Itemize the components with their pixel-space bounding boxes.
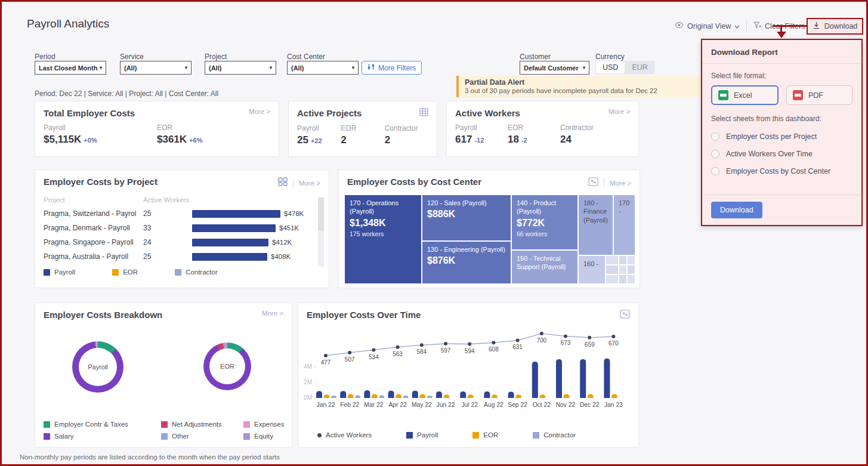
service-filter-select[interactable]: (All)▾ (120, 61, 191, 75)
over-time-chart: 0M2M4MJan 22Feb 22Mar 22Apr 22May 22Jun … (303, 326, 630, 415)
treemap-chart: 170 - Operations (Payroll)$1,348K175 wor… (345, 195, 635, 283)
svg-text:Mar 22: Mar 22 (364, 402, 383, 408)
more-link[interactable]: More > (299, 180, 320, 187)
grid-icon[interactable] (419, 108, 428, 119)
footnote: Non-monthly pay periods are listed accor… (20, 453, 280, 461)
legend-item[interactable]: EOR (472, 431, 498, 439)
legend-item[interactable]: Payroll (44, 269, 75, 276)
employer-costs-breakdown-card: Employer Costs Breakdown More > Payroll … (35, 303, 292, 448)
treemap-tile[interactable]: 170 - Operations (Payroll)$1,348K175 wor… (345, 195, 421, 283)
original-view-label: Original View (687, 22, 731, 30)
legend-item[interactable]: Employer Contr & Taxes (44, 421, 161, 428)
cost-center-filter-label: Cost Center (287, 53, 325, 61)
treemap-tile[interactable]: 180 - Finance (Payroll) (579, 195, 613, 255)
svg-text:534: 534 (369, 354, 379, 360)
legend-item[interactable]: Net Adjustments (161, 421, 243, 428)
kpi-metric: Payroll$5,115K+0% (44, 124, 157, 146)
period-filter-select[interactable]: Last Closed Month▾ (35, 61, 106, 75)
svg-text:594: 594 (465, 348, 475, 354)
panel-download-button[interactable]: Download (711, 202, 762, 218)
scrollbar (318, 197, 324, 267)
pdf-file-icon (793, 90, 803, 100)
expand-icon[interactable] (588, 177, 598, 189)
table-row[interactable]: Pragma, Singapore - Payroll24$412K (35, 238, 329, 246)
download-label: Download (824, 22, 858, 30)
sheet-radio-option[interactable]: Active Workers Over Time (711, 150, 852, 158)
download-button[interactable]: Download (807, 18, 863, 35)
legend-swatch (406, 432, 413, 439)
legend-item[interactable]: Payroll (406, 431, 438, 439)
treemap-tile[interactable]: 170 - (614, 195, 635, 255)
more-link[interactable]: More > (262, 310, 283, 317)
kpi-metric: EOR$361K+6% (157, 124, 270, 146)
excel-format-button[interactable]: Excel (711, 85, 779, 105)
table-row[interactable]: Pragma, Switzerland - Payrol25$478K (35, 209, 329, 218)
svg-text:631: 631 (512, 344, 523, 350)
scrollbar-thumb[interactable] (318, 197, 324, 231)
svg-text:584: 584 (416, 348, 427, 355)
currency-toggle: USD EUR (595, 61, 654, 74)
active-projects-card: Active Projects Payroll25+22EOR2Contract… (288, 101, 437, 157)
payroll-donut-chart[interactable]: Payroll (72, 341, 123, 393)
more-filters-button[interactable]: More Filters (362, 61, 422, 75)
original-view-button[interactable]: Original View (675, 21, 740, 30)
legend-item[interactable]: Salary (44, 433, 161, 440)
svg-text:Sep 22: Sep 22 (508, 402, 527, 408)
legend-item[interactable]: EOR (112, 269, 138, 276)
table-row[interactable]: Pragma, Australia - Payroll25$408K (35, 252, 329, 261)
expand-icon[interactable] (620, 310, 630, 321)
treemap-tile[interactable]: 150 - Technical Support (Payroll) (512, 251, 577, 283)
more-link[interactable]: More > (608, 108, 630, 115)
more-link[interactable]: More > (249, 108, 270, 115)
currency-option-eur[interactable]: EUR (625, 61, 654, 74)
card-title: Active Projects (297, 108, 362, 118)
eor-donut-chart[interactable]: EOR (203, 342, 251, 390)
legend-item[interactable]: Other (161, 433, 243, 440)
project-filter-label: Project (205, 53, 227, 61)
svg-text:2M: 2M (304, 379, 312, 385)
legend-item[interactable]: Equity (243, 433, 286, 440)
table-header: Project Active Workers (35, 189, 329, 203)
caret-icon: ▾ (352, 65, 354, 70)
alert-message: 3 out of 30 pay periods have incomplete … (465, 87, 703, 94)
excel-file-icon (718, 90, 728, 100)
customer-filter-label: Customer (520, 53, 551, 61)
cost-center-filter-select[interactable]: (All)▾ (287, 61, 359, 75)
sheet-radio-option[interactable]: Employer Costs by Cost Center (711, 167, 852, 175)
legend-swatch (161, 421, 168, 428)
treemap-tile[interactable]: 140 - Product (Payroll)$772K66 workers (512, 195, 577, 249)
legend-item[interactable]: Contractor (533, 431, 576, 439)
dashboard-frame: Payroll Analytics Original View Clear Fi… (0, 0, 868, 466)
svg-text:700: 700 (536, 337, 546, 344)
svg-text:Feb 22: Feb 22 (340, 402, 359, 408)
toolbar-divider (746, 20, 747, 32)
caret-icon: ▾ (185, 65, 187, 70)
divider (293, 178, 294, 188)
kpi-metric: Payroll617-12 (455, 124, 508, 146)
customer-filter-select[interactable]: Default Customer▾ (520, 61, 589, 75)
panel-title: Download Report (702, 40, 861, 64)
radio-icon (711, 132, 719, 141)
treemap-tile[interactable]: 160 - (579, 256, 605, 283)
legend-item[interactable]: Expenses (243, 421, 286, 428)
treemap-small-tiles[interactable] (606, 256, 635, 283)
legend-item[interactable]: Active Workers (317, 431, 372, 439)
treemap-tile[interactable]: 120 - Sales (Payroll)$886K (422, 195, 511, 240)
cards-view-icon[interactable] (278, 177, 288, 189)
legend-swatch (44, 269, 50, 276)
radio-icon (711, 167, 719, 175)
svg-text:608: 608 (489, 346, 499, 353)
period-filter-label: Period (35, 53, 55, 61)
sheet-radio-option[interactable]: Employer Costs per Project (711, 132, 852, 141)
currency-option-usd[interactable]: USD (596, 61, 625, 73)
treemap-tile[interactable]: 130 - Engineering (Payroll)$876K (422, 242, 511, 283)
table-row[interactable]: Pragma, Denmark - Payroll33$451K (35, 224, 329, 232)
more-link[interactable]: More > (610, 180, 631, 187)
annotation-line (773, 25, 808, 27)
svg-text:597: 597 (441, 347, 451, 354)
legend-swatch (317, 433, 322, 437)
project-filter-select[interactable]: (All)▾ (205, 61, 276, 75)
svg-text:Jan 23: Jan 23 (604, 402, 623, 408)
pdf-format-button[interactable]: PDF (786, 85, 852, 105)
legend-item[interactable]: Contractor (175, 269, 218, 276)
